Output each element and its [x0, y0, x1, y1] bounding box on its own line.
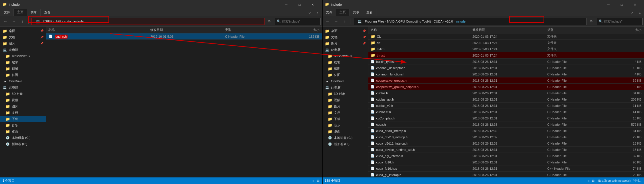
left-address-bar[interactable]: 💻 此电脑 › 下载 › cuda › include — [31, 18, 264, 25]
left-sidebar-item-docs2[interactable]: 📁 文档 — [0, 109, 46, 116]
right-close-button[interactable]: ✕ — [628, 0, 641, 9]
left-search-input[interactable] — [282, 20, 319, 23]
right-file-row-cublas-v2[interactable]: 📄 cublas_v2.h 2018-08-26 12:31 C Header … — [368, 103, 644, 109]
right-file-row-coop-helpers[interactable]: 📄 cooperative_groups_helpers.h 2018-08-2… — [368, 84, 644, 90]
left-search-box[interactable]: 🔍 — [275, 18, 321, 25]
right-refresh-button[interactable]: ⟳ — [588, 18, 594, 25]
right-file-row-cuda-fp16[interactable]: 📄 cuda_fp16.h 2018-08-26 12:31 C Header … — [368, 159, 644, 165]
left-sidebar-item-jt[interactable]: 📁 截图 — [0, 65, 46, 72]
right-sidebar-item-music[interactable]: 📁 音乐 — [323, 122, 368, 128]
left-close-button[interactable]: ✕ — [306, 0, 319, 9]
right-sidebar-item-yt[interactable]: 📁 亿图 — [323, 72, 368, 78]
right-file-row-cuda-gl[interactable]: 📄 cuda_gl_interop.h 2018-08-26 12:31 C H… — [368, 172, 644, 177]
right-file-row-channel[interactable]: 📄 channel_descriptor.h 2018-08-26 12:31 … — [368, 65, 644, 71]
right-sidebar-item-pics[interactable]: 📁 图片 📌 — [323, 40, 368, 47]
right-file-row-cl[interactable]: 📁 CL 2020-01-03 17:24 文件夹 — [368, 33, 644, 40]
left-view-tiles-icon[interactable]: ⊞ — [317, 179, 319, 183]
right-col-date[interactable]: 修改日期 — [470, 28, 545, 32]
right-file-row-cuda-device[interactable]: 📄 cuda_device_runtime_api.h 2018-08-26 1… — [368, 147, 644, 153]
right-sidebar-item-video[interactable]: 📁 视频 — [323, 97, 368, 103]
left-sidebar-item-thispc2[interactable]: 💻 此电脑 — [0, 84, 46, 91]
right-minimize-button[interactable]: ─ — [602, 0, 615, 9]
left-sidebar-item-d[interactable]: 💿 新加卷 (D:) — [0, 141, 46, 147]
left-sidebar-item-thispc[interactable]: 💻 此电脑 — [0, 47, 46, 53]
left-sidebar-item-tf[interactable]: 📁 Tensorflow2.0/ — [0, 53, 46, 59]
right-file-row-cuda-fp16-hpp[interactable]: 📄 cuda_fp16.hpp 2018-08-26 12:31 C++ Hea… — [368, 165, 644, 172]
right-file-row-cuda-egl[interactable]: 📄 cuda_egl_interop.h 2018-08-26 12:31 C … — [368, 153, 644, 159]
left-sidebar-item-downloads[interactable]: 📁 下载 — [0, 116, 46, 122]
right-sidebar-item-docs[interactable]: 📁 文档 📌 — [323, 34, 368, 40]
right-file-row-thrust[interactable]: 📁 thrust 2020-01-03 17:24 文件夹 — [368, 52, 644, 59]
right-view-tiles-icon[interactable]: ⊞ — [592, 179, 594, 183]
left-col-date[interactable]: 修改日期 — [148, 28, 223, 32]
left-tab-file[interactable]: 文件 — [0, 9, 14, 16]
right-sidebar-item-duan[interactable]: 📁 端客 — [323, 59, 368, 65]
left-sidebar-item-desktop[interactable]: 📁 桌面 📌 — [0, 28, 46, 34]
left-forward-button[interactable]: → — [10, 17, 18, 25]
left-help-button[interactable]: ? — [306, 9, 314, 17]
left-file-row-cudnn[interactable]: 📄 cudnn.h 2019-10-01 5:03 C Header File … — [46, 33, 322, 40]
right-help-button[interactable]: ? — [628, 9, 636, 17]
left-expand-ribbon-button[interactable]: ∧ — [314, 9, 322, 17]
left-tab-home[interactable]: 主页 — [14, 9, 27, 16]
left-minimize-button[interactable]: ─ — [280, 0, 293, 9]
left-sidebar-item-pics[interactable]: 📁 图片 📌 — [0, 40, 46, 47]
right-file-row-cucomplex[interactable]: 📄 cuComplex.h 2018-08-26 12:31 C Header … — [368, 115, 644, 121]
right-file-row-cuda-d3d10[interactable]: 📄 cuda_d3d10_interop.h 2018-08-26 12:32 … — [368, 134, 644, 140]
right-file-row-cublasxt[interactable]: 📄 cublasXt.h 2018-08-26 12:31 C Header F… — [368, 109, 644, 115]
right-sidebar-item-onedrive[interactable]: ☁ OneDrive — [323, 78, 368, 84]
right-sidebar-item-tf[interactable]: 📁 Tensorflow2.0/ — [323, 53, 368, 59]
right-tab-view[interactable]: 查看 — [363, 9, 376, 16]
right-file-row-cuda[interactable]: 📄 cuda.h 2018-08-26 12:33 C Header File … — [368, 121, 644, 128]
right-search-box[interactable]: 🔍 — [597, 18, 643, 25]
left-sidebar-item-video[interactable]: 📁 视频 — [0, 97, 46, 103]
right-sidebar-item-thispc2[interactable]: 💻 此电脑 — [323, 84, 368, 91]
left-sidebar-item-desktop2[interactable]: 📁 桌面 — [0, 128, 46, 135]
right-tab-home[interactable]: 主页 — [336, 9, 349, 16]
right-address-bar[interactable]: 💻 Program Files › NVIDIA GPU Computing T… — [354, 18, 587, 25]
left-sidebar-item-docs[interactable]: 📁 文档 📌 — [0, 34, 46, 40]
left-view-details-icon[interactable]: ≡ — [313, 179, 314, 182]
right-file-row-coop-groups[interactable]: 📄 cooperative_groups.h 2018-08-26 12:31 … — [368, 77, 644, 84]
right-sidebar-item-3d[interactable]: 📁 3D 对象 — [323, 91, 368, 97]
left-sidebar-item-pics2[interactable]: 📁 图片 — [0, 103, 46, 109]
left-back-button[interactable]: ← — [1, 17, 9, 25]
left-sidebar-item-duan[interactable]: 📁 端客 — [0, 59, 46, 65]
right-up-button[interactable]: ↑ — [341, 17, 349, 25]
left-sidebar-item-c[interactable]: 💿 本地磁盘 (C:) — [0, 135, 46, 141]
left-sidebar-item-yt[interactable]: 📁 亿图 — [0, 72, 46, 78]
left-col-name[interactable]: 名称 — [46, 28, 148, 32]
right-sidebar-item-docs2[interactable]: 📁 文档 — [323, 109, 368, 116]
left-up-button[interactable]: ↑ — [19, 17, 27, 25]
left-sidebar-item-music[interactable]: 📁 音乐 — [0, 122, 46, 128]
right-forward-button[interactable]: → — [332, 17, 340, 25]
right-file-row-common[interactable]: 📄 common_functions.h 2018-08-26 12:31 C … — [368, 71, 644, 77]
right-col-name[interactable]: 名称 — [368, 28, 470, 32]
left-sidebar-item-3d[interactable]: 📁 3D 对象 — [0, 91, 46, 97]
right-back-button[interactable]: ← — [324, 17, 332, 25]
right-search-input[interactable] — [604, 20, 641, 23]
right-sidebar-item-thispc[interactable]: 💻 此电脑 — [323, 47, 368, 53]
left-sidebar-item-onedrive[interactable]: ☁ OneDrive — [0, 78, 46, 84]
right-sidebar-item-c[interactable]: 💿 本地磁盘 (C:) — [323, 135, 368, 141]
right-sidebar-item-pics2[interactable]: 📁 图片 — [323, 103, 368, 109]
right-file-row-cublas-api[interactable]: 📄 cublas_api.h 2018-08-26 12:31 C Header… — [368, 96, 644, 103]
right-sidebar-item-desktop2[interactable]: 📁 桌面 — [323, 128, 368, 135]
right-maximize-button[interactable]: □ — [615, 0, 628, 9]
right-file-row-crt[interactable]: 📁 crt 2020-01-03 17:24 文件夹 — [368, 40, 644, 46]
left-maximize-button[interactable]: □ — [293, 0, 306, 9]
right-tab-file[interactable]: 文件 — [323, 9, 336, 16]
left-tab-share[interactable]: 共享 — [27, 9, 41, 16]
right-file-row-cuda-d3d9[interactable]: 📄 cuda_d3d9_interop.h 2018-08-26 12:32 C… — [368, 128, 644, 134]
right-view-details-icon[interactable]: ≡ — [588, 179, 589, 182]
right-file-row-builtin[interactable]: 📄 builtin_types.h 2018-08-26 12:31 C Hea… — [368, 59, 644, 65]
left-refresh-button[interactable]: ⟳ — [266, 18, 272, 25]
left-tab-view[interactable]: 查看 — [41, 9, 54, 16]
right-tab-share[interactable]: 共享 — [349, 9, 363, 16]
right-sidebar-item-jt[interactable]: 📁 截图 — [323, 65, 368, 72]
right-expand-ribbon-button[interactable]: ∧ — [636, 9, 644, 17]
right-sidebar-item-desktop[interactable]: 📁 桌面 📌 — [323, 28, 368, 34]
right-file-row-cublas[interactable]: 📄 cublas.h 2018-08-26 12:31 C Header Fil… — [368, 90, 644, 96]
right-sidebar-item-d[interactable]: 💿 新加卷 (D:) — [323, 141, 368, 147]
right-sidebar-item-downloads[interactable]: 📁 下载 — [323, 116, 368, 122]
